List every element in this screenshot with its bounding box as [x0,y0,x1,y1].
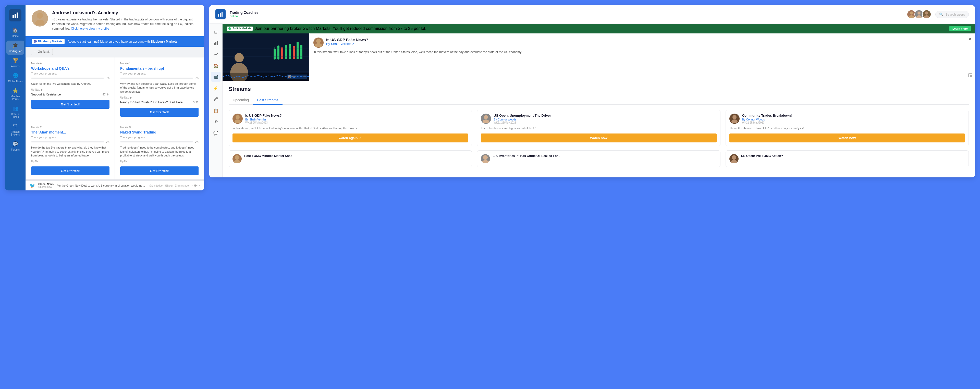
module-card-1: Module 1 Fundamentals - brush up! Track … [115,57,204,121]
sidebar-item-home[interactable]: 🏠 Home [6,26,24,40]
right-logo [215,9,226,19]
module-a-get-started-button[interactable]: Get Started! [31,100,110,109]
partial-avatar-3 [729,154,738,163]
left-main-content: Andrew Lockwood's Academy +30 years expe… [25,5,204,190]
r-nav-home[interactable]: 🏠 [211,61,221,71]
module-a-duration: 47:34 [102,93,110,96]
module-1-up-next-title: Ready to Start Crushin' it in Forex? Sta… [120,100,183,104]
svg-point-46 [732,120,738,123]
chat-icon: 💬 [13,141,18,147]
svg-point-10 [918,11,921,14]
svg-point-41 [235,115,240,119]
svg-point-18 [228,27,231,30]
module-1-get-started-button[interactable]: Get Started! [120,108,199,116]
twitter-icon: 🐦 [30,183,35,188]
module-3-progress-pct: 0% [195,140,199,143]
svg-point-13 [924,15,929,18]
checkmark-icon: ✓ [359,136,362,140]
learn-more-button[interactable]: Learn more [950,26,971,31]
module-3-progress-bg [120,142,193,142]
r-nav-clipboard[interactable]: 📋 [211,105,221,116]
module-3-label: Module 3 [120,126,199,129]
profile-link[interactable]: Click here to view my profile [71,27,109,30]
verified-icon: ✓ [352,42,355,46]
svg-rect-1 [14,14,16,18]
search-bar[interactable]: 🔍 Search users [935,11,969,18]
watch-now-button-2[interactable]: Watch now [729,134,965,142]
svg-point-42 [234,120,241,123]
stream-card-2-info: US Open: Unemployment The Driver By Conn… [493,113,551,124]
r-nav-chart-bar[interactable] [211,38,221,48]
stream-info-panel: Is US GDP Fake News? By Shain Vernier ✓ … [309,33,975,81]
r-nav-video[interactable]: 📹 [211,72,221,82]
news-ticker: 🐦 Global News Update now For the Green N… [25,180,204,190]
r-nav-tools[interactable] [211,94,221,104]
module-card-3: Module 3 Naked Swing Trading Track your … [115,121,204,179]
stream-card-1: Is US GDP Fake News? By Shain Vernier WK… [229,110,472,146]
video-thumbnail: 📊 How To Trade [223,33,309,81]
news-prev-button[interactable]: ‹ [192,184,192,187]
go-back-button[interactable]: ← Go Back [30,49,53,55]
watch-again-button[interactable]: watch again ✓ [232,134,468,142]
module-a-up-next-item: Support & Resistance 47:34 [31,92,110,96]
streams-section: Streams Upcoming Past Streams [223,81,975,177]
tab-past-streams[interactable]: Past Streams [253,96,283,105]
pip-button[interactable] [968,73,972,78]
r-nav-pulse[interactable]: ⚡ [211,83,221,93]
stream-close-button[interactable]: ✕ [968,37,972,42]
module-1-label: Module 1 [120,62,199,65]
module-1-track: Track your progress: [120,72,199,75]
trophy-icon: 🏆 [13,58,18,63]
svg-point-34 [234,53,244,62]
stream-card-partial-1: Post-FOMC Minutes Market Snap [229,150,472,167]
module-3-title: Naked Swing Trading [120,130,199,134]
r-nav-grid[interactable]: ⊞ [211,27,221,37]
profile-info: Andrew Lockwood's Academy +30 years expe… [52,10,198,31]
people-icon: 👥 [13,106,18,111]
home-icon: 🏠 [13,27,18,33]
sidebar-item-awards[interactable]: 🏆 Awards [6,56,24,70]
module-2-title: The 'Aha!' moment... [31,130,110,134]
sidebar-item-forums[interactable]: 💬 Forums [6,139,24,153]
svg-rect-14 [214,43,215,45]
blueberry-link[interactable]: Blueberry Markets [151,40,178,43]
svg-point-38 [315,43,322,47]
module-1-desc: Why try and run before you can walk? Let… [120,82,199,94]
svg-point-50 [482,160,489,163]
r-nav-chat[interactable]: 💬 [211,128,221,138]
stream-info-text: Is US GDP Fake News? By Shain Vernier ✓ [326,38,368,48]
watch-now-button-1[interactable]: Watch now [481,134,716,142]
svg-rect-23 [285,45,287,59]
broker-banner: Switch Markets Join our partnering broke… [223,24,975,33]
sidebar-item-global-news[interactable]: 🌐 Global News [6,71,24,85]
svg-point-9 [909,15,914,18]
stream-host-avatar [313,38,324,48]
partial-info-1: Post-FOMC Minutes Market Snap [244,154,293,158]
svg-point-47 [235,155,239,160]
stream-card-3: Community Trades Breakdown! By Connor Wo… [725,110,969,146]
svg-rect-25 [293,46,295,59]
r-nav-eye[interactable]: 👁 [211,116,221,127]
r-nav-chart-line[interactable] [211,49,221,59]
module-2-get-started-button[interactable]: Get Started! [31,166,110,175]
module-2-label: Module 2 [31,126,110,129]
svg-rect-2 [17,13,18,18]
svg-point-44 [483,120,489,123]
search-icon: 🔍 [939,13,943,16]
sidebar-item-member-perks[interactable]: ⭐ Member Perks [6,86,24,103]
svg-rect-22 [281,48,283,59]
tab-upcoming[interactable]: Upcoming [229,96,253,105]
search-placeholder: Search users [945,13,965,16]
left-panel: 🏠 Home 🎓 Trading Lab 🏆 Awards 🌐 Global N… [5,5,204,190]
sidebar-item-trading-lab[interactable]: 🎓 Trading Lab [6,41,24,55]
module-a-progress-bg [31,78,104,79]
graduation-icon: 🎓 [13,43,18,48]
stream-card-partial-3: US Open: Pre-FOMC Action? [725,150,969,167]
module-3-get-started-button[interactable]: Get Started! [120,166,199,175]
right-panel: Trading Coaches online [209,5,975,177]
go-back-bar: ← Go Back [25,47,204,57]
sidebar-item-trusted-brokers[interactable]: 🛡 Trusted Brokers [6,121,24,138]
sidebar-item-refer-friend[interactable]: 👥 Refer a Friend [6,104,24,121]
news-next-button[interactable]: › [199,184,200,187]
svg-rect-0 [13,15,14,18]
